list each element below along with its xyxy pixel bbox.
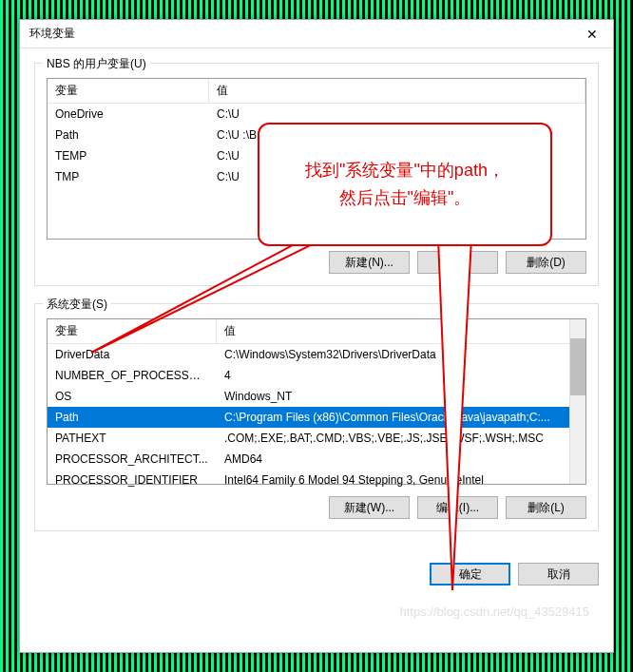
sys-button-row: 新建(W)... 编辑(I)... 删除(L) [47, 496, 586, 519]
sys-new-button[interactable]: 新建(W)... [329, 496, 410, 519]
table-row[interactable]: OneDriveC:\U [48, 104, 585, 125]
annotation-callout: 找到"系统变量"中的path， 然后点击"编辑"。 [258, 123, 552, 246]
sys-group-label: 系统变量(S) [43, 297, 111, 313]
table-row[interactable]: PATHEXT.COM;.EXE;.BAT;.CMD;.VBS;.VBE;.JS… [48, 428, 585, 449]
table-row[interactable]: NUMBER_OF_PROCESSORS4 [48, 365, 585, 386]
user-new-button[interactable]: 新建(N)... [329, 251, 410, 274]
list-body: DriverDataC:\Windows\System32\Drivers\Dr… [48, 344, 585, 490]
titlebar: 环境变量 ✕ [20, 20, 613, 48]
table-row-selected[interactable]: PathC:\Program Files (x86)\Common Files\… [48, 407, 585, 428]
user-button-row: 新建(N)... 编 删除(D) [47, 251, 586, 274]
scrollbar[interactable] [569, 319, 585, 484]
table-row[interactable]: PROCESSOR_IDENTIFIERIntel64 Family 6 Mod… [48, 470, 585, 490]
list-header: 变量 值 [48, 319, 585, 344]
user-delete-button[interactable]: 删除(D) [506, 251, 586, 274]
system-variables-group: 系统变量(S) 变量 值 DriverDataC:\Windows\System… [34, 303, 599, 531]
list-header: 变量 值 [48, 79, 585, 104]
env-variables-dialog: 环境变量 ✕ NBS 的用户变量(U) 变量 值 OneDriveC:\U Pa… [19, 19, 614, 653]
scroll-thumb[interactable] [570, 338, 585, 395]
system-variables-list[interactable]: 变量 值 DriverDataC:\Windows\System32\Drive… [47, 318, 586, 485]
watermark: https://blog.csdn.net/qq_43529415 [400, 605, 590, 619]
user-edit-button[interactable]: 编 [417, 251, 498, 274]
col-header-name[interactable]: 变量 [48, 79, 209, 103]
col-header-value[interactable]: 值 [217, 319, 585, 343]
table-row[interactable]: DriverDataC:\Windows\System32\Drivers\Dr… [48, 344, 585, 365]
col-header-value[interactable]: 值 [209, 79, 585, 103]
table-row[interactable]: PROCESSOR_ARCHITECT...AMD64 [48, 449, 585, 470]
sys-edit-button[interactable]: 编辑(I)... [417, 496, 498, 519]
close-button[interactable]: ✕ [570, 20, 613, 48]
table-row[interactable]: OSWindows_NT [48, 386, 585, 407]
sys-delete-button[interactable]: 删除(L) [506, 496, 586, 519]
dialog-title: 环境变量 [29, 26, 75, 42]
col-header-name[interactable]: 变量 [48, 319, 217, 343]
cancel-button[interactable]: 取消 [518, 563, 599, 586]
dialog-button-row: 确定 取消 [20, 563, 613, 600]
ok-button[interactable]: 确定 [430, 563, 510, 586]
user-group-label: NBS 的用户变量(U) [43, 56, 150, 72]
callout-text: 找到"系统变量"中的path， 然后点击"编辑"。 [305, 157, 505, 212]
